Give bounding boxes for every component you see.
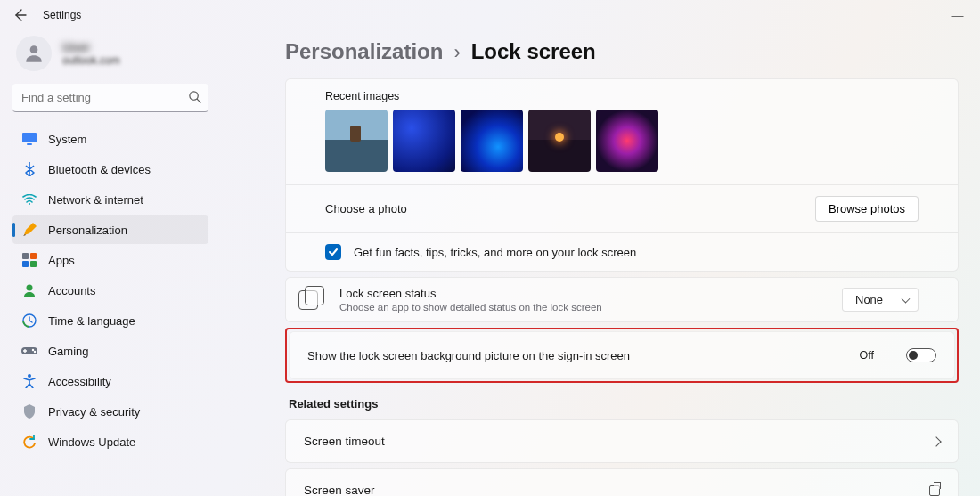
lockscreen-picture-card: Recent images Choose a photo Browse phot… xyxy=(285,78,959,272)
svg-line-2 xyxy=(197,99,200,102)
svg-point-10 xyxy=(27,285,33,291)
recent-image-1[interactable] xyxy=(325,110,388,172)
svg-rect-9 xyxy=(30,261,37,267)
svg-rect-6 xyxy=(22,253,29,259)
system-icon xyxy=(21,131,37,147)
update-icon xyxy=(21,434,37,450)
svg-point-1 xyxy=(190,92,198,100)
sidebar-item-label: Windows Update xyxy=(48,435,135,449)
svg-point-13 xyxy=(32,349,34,351)
screen-saver-link[interactable]: Screen saver xyxy=(285,468,959,496)
sidebar-item-label: Privacy & security xyxy=(48,405,140,419)
breadcrumb: Personalization › Lock screen xyxy=(285,39,959,64)
sidebar-item-personalization[interactable]: Personalization xyxy=(12,215,208,244)
personalization-icon xyxy=(21,222,37,238)
sidebar-item-label: Personalization xyxy=(48,224,127,237)
sidebar-item-update[interactable]: Windows Update xyxy=(12,427,208,456)
choose-photo-label: Choose a photo xyxy=(325,202,407,215)
sidebar-item-label: Time & language xyxy=(48,314,135,328)
search-icon xyxy=(188,90,201,106)
sidebar-item-system[interactable]: System xyxy=(12,125,208,153)
sidebar-item-apps[interactable]: Apps xyxy=(12,246,208,274)
avatar xyxy=(16,36,52,71)
signin-bg-toggle[interactable] xyxy=(906,348,936,362)
sidebar-item-label: Apps xyxy=(48,254,75,267)
main-content: Personalization › Lock screen Recent ima… xyxy=(221,30,980,496)
sidebar-item-label: Accessibility xyxy=(48,375,111,388)
chevron-right-icon xyxy=(931,436,941,446)
chevron-right-icon: › xyxy=(453,41,460,64)
funfacts-label: Get fun facts, tips, tricks, and more on… xyxy=(354,246,636,259)
funfacts-checkbox[interactable] xyxy=(325,244,341,260)
minimize-button[interactable]: — xyxy=(944,9,971,22)
apps-icon xyxy=(21,252,37,268)
user-email: outlook.com xyxy=(62,54,120,67)
privacy-icon xyxy=(21,403,37,419)
status-app-select[interactable]: None xyxy=(842,288,919,312)
breadcrumb-parent[interactable]: Personalization xyxy=(285,39,443,64)
back-button[interactable] xyxy=(9,4,30,26)
sidebar-item-network[interactable]: Network & internet xyxy=(12,185,208,214)
status-title: Lock screen status xyxy=(339,287,829,300)
status-subtitle: Choose an app to show detailed status on… xyxy=(339,302,829,313)
svg-point-0 xyxy=(30,45,38,53)
sidebar-item-bluetooth[interactable]: Bluetooth & devices xyxy=(12,155,208,183)
svg-rect-7 xyxy=(30,253,37,259)
svg-rect-3 xyxy=(22,133,37,142)
user-block[interactable]: User outlook.com xyxy=(12,36,208,71)
bluetooth-icon xyxy=(21,161,37,177)
network-icon xyxy=(21,191,37,207)
recent-image-4[interactable] xyxy=(528,110,591,172)
page-title: Lock screen xyxy=(471,39,596,64)
signin-bg-state: Off xyxy=(860,349,874,362)
sidebar-item-label: Bluetooth & devices xyxy=(48,163,151,176)
accessibility-icon xyxy=(21,373,37,389)
svg-point-14 xyxy=(34,351,36,353)
sidebar-item-gaming[interactable]: Gaming xyxy=(12,337,208,365)
signin-bg-highlight: Show the lock screen background picture … xyxy=(285,328,959,383)
sidebar-item-accounts[interactable]: Accounts xyxy=(12,276,208,305)
recent-image-2[interactable] xyxy=(393,110,455,172)
svg-point-15 xyxy=(28,374,31,378)
window-title: Settings xyxy=(43,9,81,21)
related-heading: Related settings xyxy=(289,397,959,411)
svg-point-5 xyxy=(29,203,30,205)
search-input[interactable] xyxy=(12,84,208,112)
accounts-icon xyxy=(21,282,37,298)
gaming-icon xyxy=(21,343,37,359)
status-icon xyxy=(298,290,318,310)
sidebar-item-label: Network & internet xyxy=(48,193,143,207)
external-icon xyxy=(929,485,940,496)
sidebar-item-label: Gaming xyxy=(48,345,89,358)
search-box[interactable] xyxy=(12,84,208,112)
sidebar-item-label: System xyxy=(48,133,86,146)
user-name: User xyxy=(62,40,120,54)
recent-image-5[interactable] xyxy=(596,110,658,172)
sidebar-item-label: Accounts xyxy=(48,284,95,297)
lockscreen-status-card[interactable]: Lock screen status Choose an app to show… xyxy=(285,277,959,322)
svg-rect-8 xyxy=(22,261,29,267)
screen-timeout-link[interactable]: Screen timeout xyxy=(285,419,959,463)
time-icon xyxy=(21,313,37,329)
sidebar-item-accessibility[interactable]: Accessibility xyxy=(12,367,208,395)
sidebar: User outlook.com System Bluetooth & devi… xyxy=(0,30,221,496)
sidebar-item-privacy[interactable]: Privacy & security xyxy=(12,397,208,426)
signin-bg-label: Show the lock screen background picture … xyxy=(307,349,630,362)
svg-rect-4 xyxy=(27,143,32,145)
recent-label: Recent images xyxy=(325,90,919,102)
sidebar-item-time[interactable]: Time & language xyxy=(12,306,208,335)
browse-photos-button[interactable]: Browse photos xyxy=(815,196,919,222)
recent-image-3[interactable] xyxy=(461,110,523,172)
